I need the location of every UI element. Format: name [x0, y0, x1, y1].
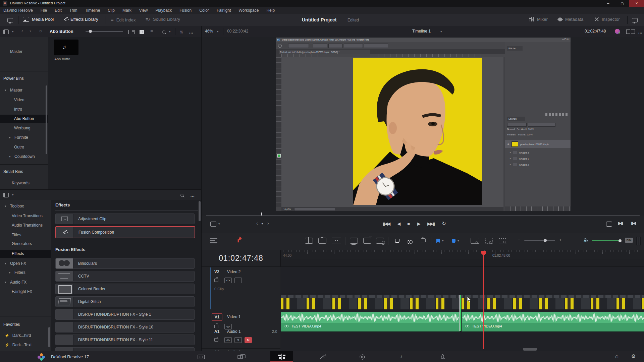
viewer-options-icon[interactable]: [638, 29, 642, 36]
page-color-button[interactable]: [358, 354, 366, 361]
link-clips-icon[interactable]: [407, 239, 412, 245]
sort-icon[interactable]: [180, 29, 183, 35]
trim-edit-mode-icon[interactable]: [305, 238, 313, 244]
edit-index-button[interactable]: Edit Index: [111, 17, 136, 23]
effect-cctv[interactable]: CCTV: [55, 271, 195, 282]
sidebar-toolbox[interactable]: ▾Toolbox: [0, 202, 56, 210]
selection-mode-icon[interactable]: [238, 236, 243, 241]
minimize-button[interactable]: –: [601, 0, 615, 7]
video-clip-v1[interactable]: [281, 298, 644, 309]
page-media-button[interactable]: [197, 354, 205, 361]
loop-button[interactable]: ↻: [442, 221, 446, 227]
menu-edit[interactable]: Edit: [55, 8, 62, 13]
home-icon[interactable]: ⌂: [615, 353, 619, 359]
overwrite-clip-icon[interactable]: [363, 238, 371, 244]
panel-toggle-icon[interactable]: [3, 29, 9, 36]
effect-binoculars[interactable]: Binoculars: [55, 258, 195, 269]
position-lock-icon[interactable]: [421, 238, 426, 242]
audio-monitor-icon[interactable]: 🔈: [583, 237, 589, 242]
timeline-ruler[interactable]: 44:00 01:02:48:00: [280, 250, 644, 259]
slider-handle[interactable]: [89, 30, 92, 33]
track-header-v2[interactable]: V2 Video 2 <> 0 Clip: [202, 267, 280, 294]
menu-fusion[interactable]: Fusion: [179, 8, 192, 13]
bin-sync-icon[interactable]: ↻: [39, 29, 42, 34]
search-chevron-icon[interactable]: ▾: [169, 30, 171, 33]
menu-view[interactable]: View: [139, 8, 148, 13]
mute-button[interactable]: M: [245, 337, 252, 343]
menu-fairlight[interactable]: Fairlight: [217, 8, 231, 13]
resolve-fx-icon[interactable]: [615, 29, 620, 34]
effects-panel-toggle-icon[interactable]: [3, 193, 9, 199]
sidebar-open-fx[interactable]: ▾Open FX: [0, 259, 56, 267]
effects-panel-chevron-icon[interactable]: ▾: [12, 193, 14, 196]
effects-list-scrollbar[interactable]: [199, 201, 201, 221]
flag-chevron-icon[interactable]: ▾: [442, 239, 444, 242]
flag-icon[interactable]: [436, 238, 440, 244]
shuttle-dot-icon[interactable]: ●: [261, 222, 263, 225]
playhead-line[interactable]: [483, 251, 484, 349]
play-button[interactable]: ▶: [417, 221, 420, 226]
zoom-out-icon[interactable]: −: [518, 237, 520, 242]
thumbnail-view-icon[interactable]: [140, 29, 144, 36]
viewer-zoom-level[interactable]: 46%: [205, 29, 213, 34]
marker-icon[interactable]: [452, 238, 455, 244]
settings-gear-icon[interactable]: ⚙: [631, 353, 636, 359]
favorite-dark-third[interactable]: ⚡Dark...hird: [0, 331, 56, 340]
effect-row-partial[interactable]: [55, 347, 195, 351]
timeline-chevron-icon[interactable]: ▾: [440, 30, 442, 33]
menu-mark[interactable]: Mark: [122, 8, 131, 13]
track-header-a2[interactable]: A2 Audio 2 2.0 <> S M: [202, 349, 280, 351]
razor-edit-mode-icon[interactable]: [332, 238, 341, 243]
effects-search-icon[interactable]: [180, 193, 184, 199]
marker-chevron-icon[interactable]: ▾: [458, 239, 459, 242]
track-lock-icon[interactable]: [214, 277, 218, 283]
match-frame-icon[interactable]: [606, 222, 612, 227]
resize-chevron-icon[interactable]: ▾: [218, 222, 220, 226]
menu-help[interactable]: Help: [266, 8, 275, 13]
search-icon[interactable]: [162, 29, 166, 36]
ui-layout-icon[interactable]: [7, 18, 13, 24]
audio-level-slider[interactable]: [592, 240, 621, 241]
go-to-end-button[interactable]: ▶▶▮: [427, 221, 434, 226]
back-arrow-icon[interactable]: ‹: [21, 28, 23, 34]
timeline-zoom-slider[interactable]: [524, 240, 555, 241]
bin-master[interactable]: ▾Master: [0, 86, 53, 94]
sound-library-button[interactable]: ≡♪ Sound Library: [146, 17, 180, 22]
shuttle-forward-icon[interactable]: ›: [267, 220, 269, 226]
effects-library-button[interactable]: Effects Library: [63, 17, 98, 22]
sidebar-audio-fx[interactable]: ▾Audio FX: [0, 278, 56, 286]
timeline-hscrollbar[interactable]: [523, 348, 537, 351]
auto-select-icon[interactable]: <>: [224, 278, 232, 283]
track-header-v1[interactable]: V1 Video 1 <>: [202, 311, 280, 327]
thumbnail-size-slider[interactable]: [86, 31, 123, 32]
track-enable-icon[interactable]: [234, 278, 242, 283]
next-edit-icon[interactable]: ▶▮: [618, 221, 623, 226]
list-view-icon[interactable]: ≡: [150, 28, 153, 34]
resize-timeline-icon[interactable]: [210, 222, 216, 227]
track-lock-icon[interactable]: [214, 337, 218, 343]
media-clip-thumbnail[interactable]: ♫: [54, 40, 78, 55]
insert-clip-icon[interactable]: [350, 238, 358, 244]
page-fusion-button[interactable]: [319, 354, 327, 361]
menu-trim[interactable]: Trim: [69, 8, 77, 13]
page-fairlight-button[interactable]: ♪: [400, 354, 402, 360]
effects-sidebar-scrollbar[interactable]: [48, 327, 50, 347]
close-button[interactable]: ×: [629, 0, 644, 7]
video-clip-filmstrip-top[interactable]: [281, 295, 644, 298]
menu-clip[interactable]: Clip: [108, 8, 115, 13]
dual-screen-icon[interactable]: [632, 18, 638, 24]
prev-edit-icon[interactable]: ▮◀: [631, 221, 635, 226]
auto-select-icon[interactable]: <>: [224, 337, 232, 343]
full-extent-zoom-icon[interactable]: [499, 238, 507, 243]
page-cut-button[interactable]: [237, 354, 246, 361]
page-edit-button[interactable]: [270, 351, 293, 362]
zoom-chevron-icon[interactable]: ▾: [217, 30, 219, 33]
dual-viewer-icon[interactable]: [626, 29, 630, 34]
bin-scrollbar[interactable]: [46, 85, 47, 154]
zoom-slider-handle[interactable]: [544, 239, 547, 242]
metadata-button[interactable]: Metadata: [558, 17, 583, 22]
panel-chevron-icon[interactable]: ▾: [12, 30, 14, 33]
solo-button[interactable]: S: [234, 337, 242, 343]
effect-disruption-style1[interactable]: DISRUPTION/DISRUPTION FX - Style 1: [55, 309, 195, 320]
menu-playback[interactable]: Playback: [155, 8, 172, 13]
